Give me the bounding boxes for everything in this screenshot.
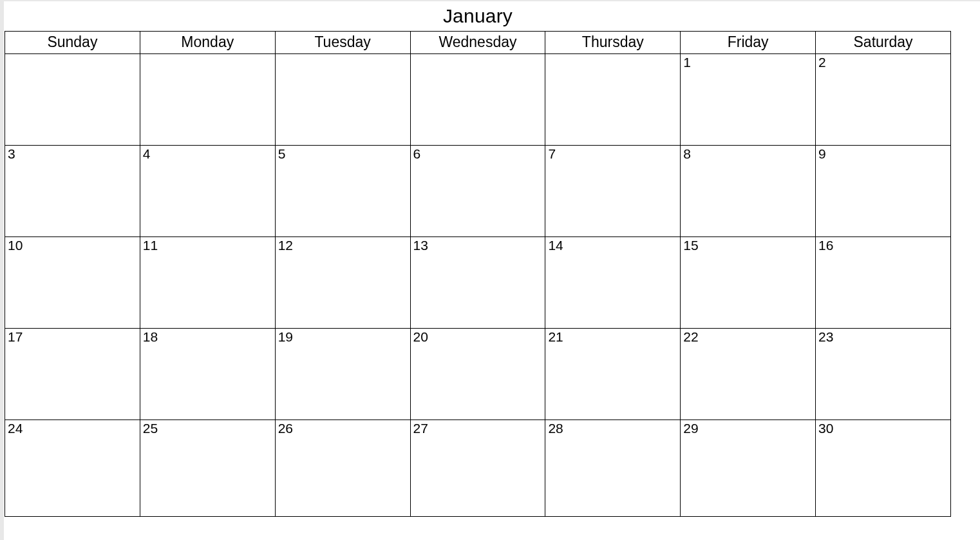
calendar-day-cell[interactable]: 24	[5, 420, 140, 517]
calendar-day-cell[interactable]: 16	[816, 237, 951, 329]
day-header-wednesday[interactable]: Wednesday	[410, 32, 545, 54]
calendar-week-row: 24 25 26 27 28 29 30	[5, 420, 951, 517]
calendar-day-cell[interactable]: 26	[275, 420, 410, 517]
calendar-header-row: Sunday Monday Tuesday Wednesday Thursday…	[5, 32, 951, 54]
calendar-container: January Sunday Monday Tuesday Wednesday …	[5, 1, 951, 522]
calendar-day-cell[interactable]: 11	[140, 237, 275, 329]
calendar-day-cell[interactable]: 6	[410, 146, 545, 237]
day-header-sunday[interactable]: Sunday	[5, 32, 140, 54]
calendar-day-cell[interactable]: 2	[816, 54, 951, 146]
calendar-day-cell[interactable]: 21	[545, 329, 681, 420]
calendar-day-cell[interactable]: 7	[545, 146, 681, 237]
calendar-day-cell[interactable]: 14	[545, 237, 681, 329]
calendar-day-cell[interactable]: 13	[410, 237, 545, 329]
calendar-day-cell[interactable]: 1	[681, 54, 816, 146]
calendar-day-cell[interactable]: 20	[410, 329, 545, 420]
calendar-day-cell[interactable]: 8	[681, 146, 816, 237]
month-title: January	[5, 1, 951, 31]
calendar-day-cell[interactable]	[275, 54, 410, 146]
calendar-day-cell[interactable]: 5	[275, 146, 410, 237]
day-header-thursday[interactable]: Thursday	[545, 32, 681, 54]
day-header-friday[interactable]: Friday	[681, 32, 816, 54]
calendar-day-cell[interactable]: 3	[5, 146, 140, 237]
calendar-day-cell[interactable]: 12	[275, 237, 410, 329]
calendar-week-row: 3 4 5 6 7 8 9	[5, 146, 951, 237]
spreadsheet-row-gutter	[0, 0, 4, 540]
day-header-monday[interactable]: Monday	[140, 32, 275, 54]
day-header-saturday[interactable]: Saturday	[816, 32, 951, 54]
calendar-week-row: 10 11 12 13 14 15 16	[5, 237, 951, 329]
calendar-day-cell[interactable]: 25	[140, 420, 275, 517]
calendar-day-cell[interactable]: 10	[5, 237, 140, 329]
calendar-day-cell[interactable]: 23	[816, 329, 951, 420]
calendar-day-cell[interactable]: 19	[275, 329, 410, 420]
calendar-day-cell[interactable]: 27	[410, 420, 545, 517]
calendar-day-cell[interactable]: 22	[681, 329, 816, 420]
calendar-day-cell[interactable]: 18	[140, 329, 275, 420]
calendar-day-cell[interactable]	[5, 54, 140, 146]
calendar-day-cell[interactable]: 28	[545, 420, 681, 517]
calendar-week-row: 1 2	[5, 54, 951, 146]
calendar-day-cell[interactable]	[140, 54, 275, 146]
calendar-day-cell[interactable]	[410, 54, 545, 146]
calendar-day-cell[interactable]: 29	[681, 420, 816, 517]
calendar-day-cell[interactable]: 15	[681, 237, 816, 329]
calendar-week-row: 17 18 19 20 21 22 23	[5, 329, 951, 420]
day-header-tuesday[interactable]: Tuesday	[275, 32, 410, 54]
calendar-day-cell[interactable]: 30	[816, 420, 951, 517]
calendar-day-cell[interactable]	[545, 54, 681, 146]
calendar-table: Sunday Monday Tuesday Wednesday Thursday…	[5, 31, 951, 517]
calendar-day-cell[interactable]: 9	[816, 146, 951, 237]
calendar-day-cell[interactable]: 17	[5, 329, 140, 420]
calendar-day-cell[interactable]: 4	[140, 146, 275, 237]
